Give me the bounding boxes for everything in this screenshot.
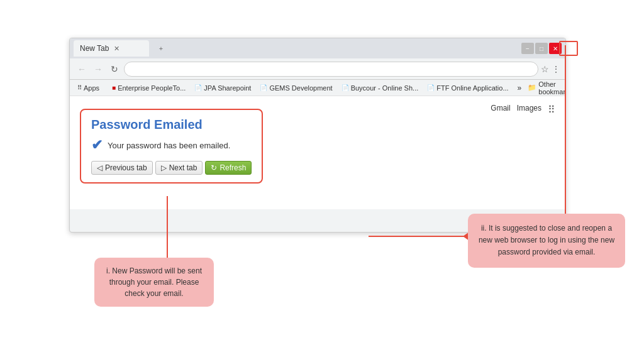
bookmarks-bar: ⠿ Apps ■ Enterprise PeopleTo... 📄 JPA Sh… — [70, 80, 565, 96]
password-emailed-title: Password Emailed — [91, 118, 252, 132]
menu-icon[interactable]: ⋮ — [552, 64, 560, 74]
bookmark-jpa-label: JPA Sharepoint — [204, 84, 251, 92]
prev-icon: ◁ — [97, 163, 103, 172]
password-emailed-box: Password Emailed ✔ Your password has bee… — [80, 109, 263, 184]
other-bookmarks-label: Other bookmarks — [538, 80, 565, 96]
bookmark-enterprise[interactable]: ■ Enterprise PeopleTo... — [109, 83, 188, 93]
bookmark-buycour-label: Buycour - Online Sh... — [351, 84, 419, 92]
next-icon: ▷ — [161, 163, 167, 172]
forward-button[interactable]: → — [91, 62, 105, 76]
button-group: ◁ Previous tab ▷ Next tab ↻ Refresh — [91, 161, 252, 175]
bookmark-enterprise-label: Enterprise PeopleTo... — [118, 84, 186, 92]
window-controls: − □ ✕ — [521, 43, 562, 54]
back-button[interactable]: ← — [75, 62, 89, 76]
minimize-button[interactable]: − — [521, 43, 534, 54]
horizontal-line-right — [369, 236, 468, 237]
bookmark-jpa[interactable]: 📄 JPA Sharepoint — [192, 83, 253, 93]
previous-tab-button[interactable]: ◁ Previous tab — [91, 161, 153, 175]
google-apps-icon[interactable]: ⠿ — [548, 104, 555, 116]
top-right-links: Gmail Images ⠿ — [491, 104, 555, 116]
toolbar-right: ☆ ⋮ — [541, 64, 560, 74]
callout-right: ii. It is suggested to close and reopen … — [468, 214, 625, 268]
bookmark-gems[interactable]: 📄 GEMS Development — [257, 83, 335, 93]
password-message: ✔ Your password has been emailed. — [91, 137, 252, 153]
tab-close-button[interactable]: ✕ — [114, 45, 119, 52]
bookmark-apps[interactable]: ⠿ Apps — [75, 83, 102, 93]
toolbar: ← → ↻ ☆ ⋮ — [70, 58, 565, 80]
title-bar: New Tab ✕ + − □ ✕ — [70, 38, 565, 58]
bookmark-buycour-icon: 📄 — [341, 84, 349, 91]
password-message-text: Your password has been emailed. — [108, 141, 230, 150]
bookmark-gems-icon: 📄 — [260, 84, 267, 91]
browser-window: New Tab ✕ + − □ ✕ ← → ↻ ☆ ⋮ ⠿ Apps ■ Ent… — [69, 38, 566, 233]
more-bookmarks-button[interactable]: » — [515, 82, 525, 94]
arrow-line-down — [167, 196, 168, 259]
bookmark-ftf[interactable]: 📄 FTF Online Applicatio... — [425, 83, 511, 93]
new-tab-button[interactable]: + — [152, 40, 170, 57]
callout-bottom: i. New Password will be sent through you… — [94, 258, 214, 307]
next-tab-button[interactable]: ▷ Next tab — [155, 161, 203, 175]
bookmark-gems-label: GEMS Development — [269, 84, 332, 92]
bookmark-ftf-icon: 📄 — [427, 84, 435, 91]
folder-icon: 📁 — [528, 84, 536, 92]
refresh-label: Refresh — [219, 163, 246, 172]
apps-grid-icon: ⠿ — [77, 84, 82, 91]
bookmark-star-icon[interactable]: ☆ — [541, 64, 549, 74]
callout-right-text: ii. It is suggested to close and reopen … — [479, 224, 614, 256]
maximize-button[interactable]: □ — [535, 43, 548, 54]
previous-tab-label: Previous tab — [105, 163, 147, 172]
browser-tab[interactable]: New Tab ✕ — [74, 40, 149, 57]
close-button[interactable]: ✕ — [549, 43, 562, 54]
gmail-link[interactable]: Gmail — [491, 104, 510, 116]
page-content: Gmail Images ⠿ Password Emailed ✔ Your p… — [70, 96, 565, 209]
tab-title: New Tab — [80, 44, 109, 53]
bookmark-jpa-icon: 📄 — [194, 84, 202, 91]
address-input[interactable] — [124, 62, 538, 77]
refresh-icon: ↻ — [211, 163, 217, 172]
vertical-line-right — [565, 45, 566, 237]
bookmark-apps-label: Apps — [84, 84, 99, 92]
bookmark-enterprise-icon: ■ — [112, 84, 116, 91]
reload-button[interactable]: ↻ — [108, 62, 121, 76]
checkmark-icon: ✔ — [91, 137, 103, 153]
next-tab-label: Next tab — [169, 163, 197, 172]
bookmark-ftf-label: FTF Online Applicatio... — [436, 84, 508, 92]
callout-bottom-text: i. New Password will be sent through you… — [106, 266, 202, 298]
images-link[interactable]: Images — [517, 104, 541, 116]
refresh-button[interactable]: ↻ Refresh — [205, 161, 252, 175]
bookmark-buycour[interactable]: 📄 Buycour - Online Sh... — [339, 83, 421, 93]
other-bookmarks[interactable]: 📁 Other bookmarks — [528, 80, 565, 96]
